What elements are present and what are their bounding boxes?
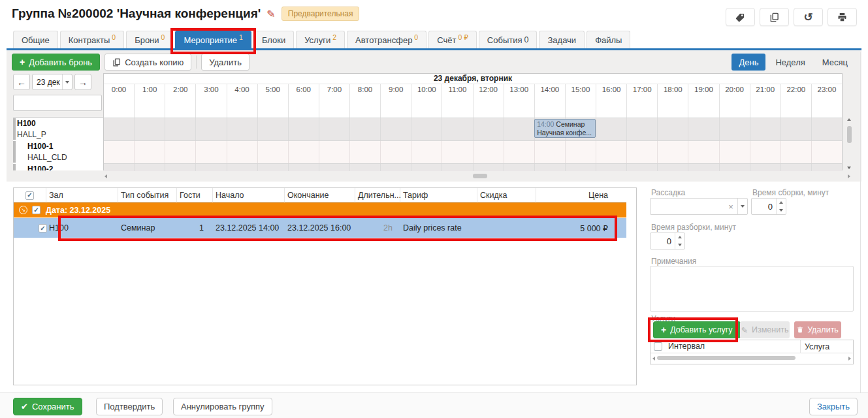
tab-10[interactable]: Задачи (539, 31, 585, 48)
group-row-date[interactable]: ↘ Дата: 23.12.2025 (14, 202, 626, 217)
tab-8[interactable]: Счёт0 ₽ (428, 31, 477, 48)
seating-combobox[interactable]: × (650, 198, 748, 215)
grid-cell[interactable] (349, 164, 380, 171)
grid-cell[interactable] (719, 141, 750, 163)
clear-icon[interactable]: × (724, 199, 737, 214)
tab-1[interactable]: Общие (13, 31, 58, 48)
grid-cell[interactable] (504, 141, 534, 163)
grid-cell[interactable] (596, 164, 626, 171)
grid-cell[interactable] (811, 164, 842, 171)
grid-cell[interactable] (319, 118, 349, 140)
grid-cell[interactable] (596, 141, 626, 163)
grid-cell[interactable] (719, 118, 750, 140)
scroll-down-icon[interactable] (847, 167, 851, 169)
grid-cell[interactable] (380, 164, 411, 171)
grid-cell[interactable] (165, 118, 195, 140)
print-button[interactable] (828, 8, 857, 26)
spinner-down[interactable] (675, 241, 684, 249)
grid-cell[interactable] (442, 164, 472, 171)
grid-cell[interactable] (750, 141, 780, 163)
grid-cell[interactable] (688, 141, 718, 163)
next-day-button[interactable]: → (74, 74, 91, 90)
grid-cell[interactable] (473, 118, 504, 140)
scroll-left-icon[interactable] (652, 357, 655, 361)
history-button[interactable]: ↺ (794, 8, 823, 26)
assembly-time-spinner[interactable]: 0 (751, 198, 786, 215)
scroll-right-icon[interactable] (848, 174, 850, 178)
grid-cell[interactable] (195, 141, 226, 163)
notes-textarea[interactable] (650, 266, 854, 312)
add-service-button[interactable]: + Добавить услугу (653, 321, 741, 338)
grid-cell[interactable] (811, 141, 842, 163)
grid-cell[interactable] (411, 141, 442, 163)
scroll-right-icon[interactable] (848, 357, 851, 361)
view-day-button[interactable]: День (731, 54, 765, 71)
event-block[interactable]: 14:00 Семинар Научная конфе... (534, 119, 596, 138)
grid-cell[interactable] (504, 118, 534, 140)
grid-cell[interactable] (565, 141, 596, 163)
close-button[interactable]: Закрыть (809, 398, 858, 415)
grid-cell[interactable] (626, 141, 657, 163)
grid-cell[interactable] (780, 141, 811, 163)
tab-5[interactable]: Блоки (253, 31, 294, 48)
add-booking-button[interactable]: + Добавить бронь (12, 54, 100, 71)
grid-cell[interactable] (534, 141, 565, 163)
grid-cell[interactable] (288, 164, 319, 171)
services-scroll-thumb[interactable] (657, 356, 796, 360)
grid-cell[interactable] (626, 164, 657, 171)
grid-cell[interactable] (195, 118, 226, 140)
edit-service-button[interactable]: ✎ Изменить (740, 321, 790, 338)
grid-cell[interactable] (688, 118, 718, 140)
grid-cell[interactable] (504, 164, 534, 171)
grid-cell[interactable] (719, 164, 750, 171)
tab-3[interactable]: Брони0 (126, 31, 173, 48)
grid-cell[interactable] (227, 141, 257, 163)
resource-filter-input[interactable] (13, 95, 102, 111)
grid-cell[interactable] (534, 164, 565, 171)
grid-cell[interactable] (134, 164, 165, 171)
create-copy-button[interactable]: Создать копию (104, 54, 191, 71)
resource-row[interactable]: H100HALL_P (13, 118, 103, 140)
grid-cell[interactable] (349, 118, 380, 140)
grid-cell[interactable] (657, 141, 688, 163)
disassembly-time-spinner[interactable]: 0 (650, 233, 685, 249)
tab-2[interactable]: Контракты0 (60, 31, 124, 48)
grid-cell[interactable] (380, 118, 411, 140)
confirm-button[interactable]: Подтвердить (96, 398, 163, 415)
grid-cell[interactable] (657, 118, 688, 140)
grid-cell[interactable] (104, 118, 134, 140)
grid-cell[interactable] (257, 118, 288, 140)
grid-cell[interactable] (780, 164, 811, 171)
grid-cell[interactable] (288, 141, 319, 163)
grid-cell[interactable] (288, 118, 319, 140)
tab-7[interactable]: Автотрансфер0 (347, 31, 426, 48)
view-month-button[interactable]: Месяц (815, 54, 855, 71)
grid-cell[interactable] (442, 118, 472, 140)
collapse-group-icon[interactable]: ↘ (19, 206, 27, 214)
tab-6[interactable]: Услуги2 (296, 31, 345, 48)
grid-cell[interactable] (750, 118, 780, 140)
grid-cell[interactable] (657, 164, 688, 171)
grid-cell[interactable] (134, 118, 165, 140)
save-button[interactable]: ✔ Сохранить (13, 398, 82, 415)
grid-cell[interactable] (811, 118, 842, 140)
tab-11[interactable]: Файлы (587, 31, 630, 48)
grid-cell[interactable] (319, 141, 349, 163)
grid-cell[interactable] (349, 141, 380, 163)
grid-cell[interactable] (104, 141, 134, 163)
grid-cell[interactable] (257, 141, 288, 163)
vertical-scroll-thumb[interactable] (847, 126, 852, 143)
tab-9[interactable]: События0 (479, 31, 538, 48)
date-picker[interactable]: 23 дек (32, 74, 72, 90)
spinner-down[interactable] (777, 206, 786, 214)
scroll-up-icon[interactable] (847, 118, 851, 121)
grid-cell[interactable] (134, 141, 165, 163)
grid-cell[interactable] (411, 164, 442, 171)
spinner-up[interactable] (777, 199, 786, 206)
grid-cell[interactable] (473, 141, 504, 163)
grid-cell[interactable] (319, 164, 349, 171)
horizontal-scroll-thumb[interactable] (473, 174, 487, 178)
grid-cell[interactable] (380, 141, 411, 163)
tab-4[interactable]: Мероприятие1 (175, 31, 251, 48)
annul-group-button[interactable]: Аннулировать группу (173, 398, 272, 415)
